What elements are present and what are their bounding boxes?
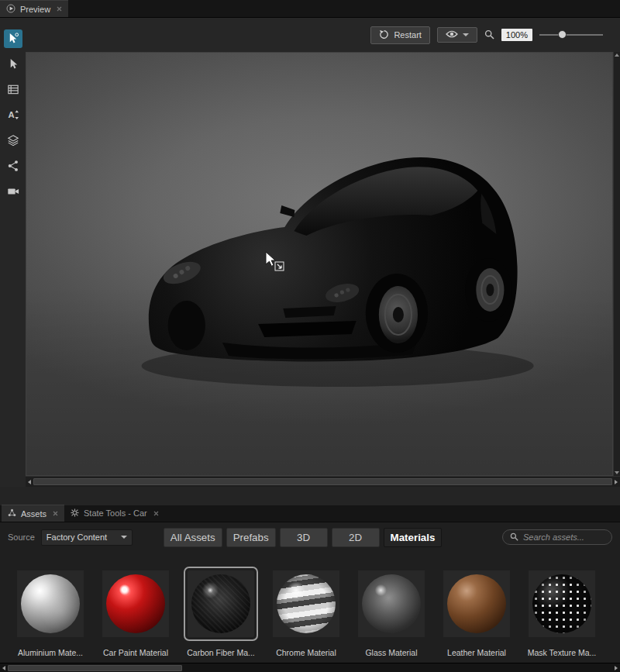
select-tool-button[interactable] [4, 55, 22, 74]
arrow-cursor-icon [7, 57, 19, 71]
close-icon[interactable] [153, 511, 159, 516]
asset-label: Carbon Fiber Ma... [187, 648, 255, 657]
table-view-button[interactable] [4, 81, 22, 99]
zoom-level-value[interactable]: 100% [501, 29, 532, 41]
scroll-right-icon[interactable] [615, 480, 618, 484]
source-label: Source [8, 532, 35, 542]
pick-tool-button[interactable] [4, 29, 22, 48]
assets-horizontal-scrollbar[interactable] [0, 663, 620, 672]
tab-preview[interactable]: Preview [0, 0, 68, 17]
design-studio-window: Preview [0, 0, 620, 672]
eye-icon [446, 30, 458, 40]
asset-thumbnail[interactable] [273, 570, 339, 637]
material-sphere-preview [362, 574, 421, 633]
font-size-button[interactable]: A [4, 106, 22, 125]
share-nodes-icon [7, 160, 19, 174]
filter-all-assets[interactable]: All Assets [164, 528, 222, 547]
filter-prefabs[interactable]: Prefabs [226, 528, 276, 547]
zoom-icon [484, 29, 494, 41]
search-icon [510, 532, 518, 543]
close-icon[interactable] [53, 511, 58, 516]
material-sphere-preview [447, 574, 506, 633]
play-circle-icon [6, 4, 16, 15]
filter-3d[interactable]: 3D [280, 528, 328, 547]
asset-label: Mask Texture Ma... [528, 648, 597, 657]
asset-card-mask-texture[interactable]: Mask Texture Ma... [529, 570, 595, 657]
viewport-vertical-scrollbar[interactable] [613, 52, 620, 476]
scroll-left-icon[interactable] [28, 480, 31, 484]
scrollbar-thumb[interactable] [33, 478, 612, 485]
asset-card-carbon-fiber[interactable]: Carbon Fiber Ma... [188, 570, 254, 657]
tab-state-tools-car[interactable]: State Tools - Car [64, 505, 165, 522]
chevron-down-icon [463, 33, 469, 36]
filter-materials[interactable]: Materials [384, 528, 443, 547]
tab-assets-label: Assets [21, 509, 46, 519]
3d-viewport[interactable] [26, 52, 613, 476]
zoom-slider-handle[interactable] [558, 30, 567, 39]
car-render [26, 53, 612, 475]
tab-assets[interactable]: Assets [2, 505, 64, 522]
close-icon[interactable] [57, 6, 62, 12]
asset-thumbnail[interactable] [188, 570, 254, 637]
asset-label: Glass Material [365, 648, 417, 657]
assets-tabbar: Assets State Tools - Car [0, 505, 620, 522]
preview-main: Restart 100% [26, 18, 620, 487]
source-dropdown[interactable]: Factory Content [41, 529, 133, 546]
asset-card-chrome[interactable]: Chrome Material [273, 570, 339, 657]
preview-panel: A [0, 18, 620, 487]
scroll-down-icon[interactable] [615, 471, 619, 474]
material-sphere-preview [277, 574, 336, 633]
asset-card-car-paint[interactable]: Car Paint Material [102, 570, 169, 657]
tab-preview-label: Preview [20, 5, 50, 14]
restart-label: Restart [394, 30, 421, 40]
search-assets-input[interactable] [523, 532, 604, 542]
table-icon [7, 83, 19, 97]
asset-card-glass[interactable]: Glass Material [358, 570, 425, 657]
source-dropdown-value: Factory Content [46, 532, 107, 542]
preview-tabbar: Preview [0, 0, 620, 18]
layers-icon [7, 134, 19, 148]
camera-button[interactable] [4, 183, 22, 202]
asset-label: Car Paint Material [103, 648, 168, 657]
layers-button[interactable] [4, 132, 22, 150]
asset-thumbnail[interactable] [529, 570, 595, 637]
asset-thumbnail[interactable] [17, 570, 84, 637]
filter-2d[interactable]: 2D [332, 528, 380, 547]
material-sphere-preview [191, 574, 250, 633]
preview-tool-column: A [0, 18, 26, 487]
connections-button[interactable] [4, 157, 22, 176]
asset-card-leather[interactable]: Leather Material [443, 570, 510, 657]
svg-text:A: A [8, 110, 14, 119]
scroll-up-icon[interactable] [615, 53, 619, 57]
material-sphere-preview [106, 574, 165, 633]
asset-grid: Aluminium Mate... Car Paint Material Car… [0, 552, 620, 657]
panel-splitter[interactable] [0, 487, 620, 505]
camera-icon [7, 185, 19, 199]
restart-button[interactable]: Restart [370, 26, 429, 44]
visibility-button[interactable] [437, 27, 477, 43]
search-assets-box[interactable] [502, 529, 612, 545]
assets-icon [8, 508, 16, 519]
assets-panel: Assets State Tools - Car Source Factory … [0, 487, 620, 663]
zoom-slider-track [539, 34, 603, 36]
font-size-icon: A [7, 109, 19, 122]
tab-state-tools-label: State Tools - Car [84, 508, 147, 518]
restart-icon [379, 29, 389, 41]
scroll-right-icon[interactable] [615, 666, 618, 670]
asset-thumbnail[interactable] [358, 570, 425, 637]
material-sphere-preview [21, 574, 80, 633]
scroll-left-icon[interactable] [2, 666, 5, 670]
viewport-horizontal-scrollbar[interactable] [26, 476, 620, 487]
state-tools-icon [71, 508, 79, 519]
asset-label: Aluminium Mate... [18, 648, 83, 657]
assets-toolbar: Source Factory Content All Assets Prefab… [0, 522, 620, 552]
mouse-cursor [265, 251, 285, 273]
zoom-slider[interactable] [539, 29, 603, 40]
scrollbar-thumb[interactable] [8, 665, 182, 671]
asset-label: Chrome Material [276, 648, 336, 657]
asset-thumbnail[interactable] [443, 570, 510, 637]
material-sphere-preview [532, 574, 591, 633]
asset-label: Leather Material [447, 648, 506, 657]
asset-thumbnail[interactable] [102, 570, 169, 637]
asset-card-aluminium[interactable]: Aluminium Mate... [17, 570, 84, 657]
